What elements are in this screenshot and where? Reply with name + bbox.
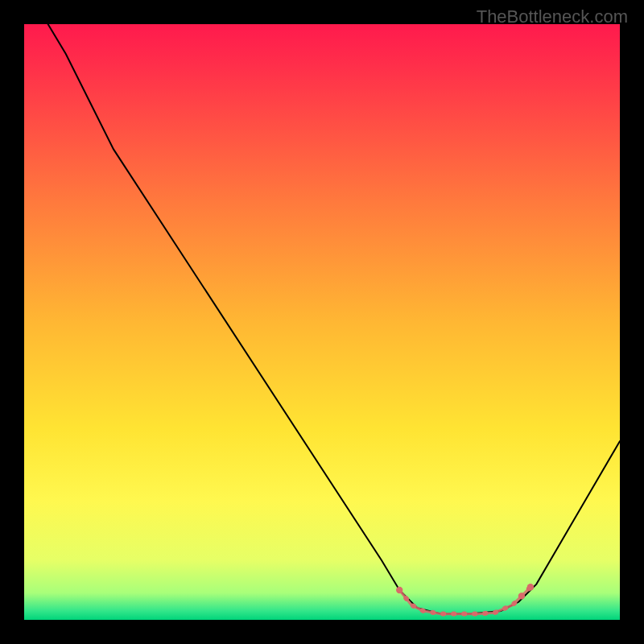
watermark-text: TheBottleneck.com bbox=[477, 6, 628, 27]
svg-point-0 bbox=[396, 587, 402, 593]
gradient-background bbox=[24, 24, 620, 620]
svg-point-1 bbox=[527, 584, 534, 590]
svg-point-2 bbox=[518, 592, 525, 599]
plot-area bbox=[24, 24, 620, 620]
chart-svg bbox=[24, 24, 620, 620]
bottleneck-chart: TheBottleneck.com bbox=[0, 0, 644, 644]
